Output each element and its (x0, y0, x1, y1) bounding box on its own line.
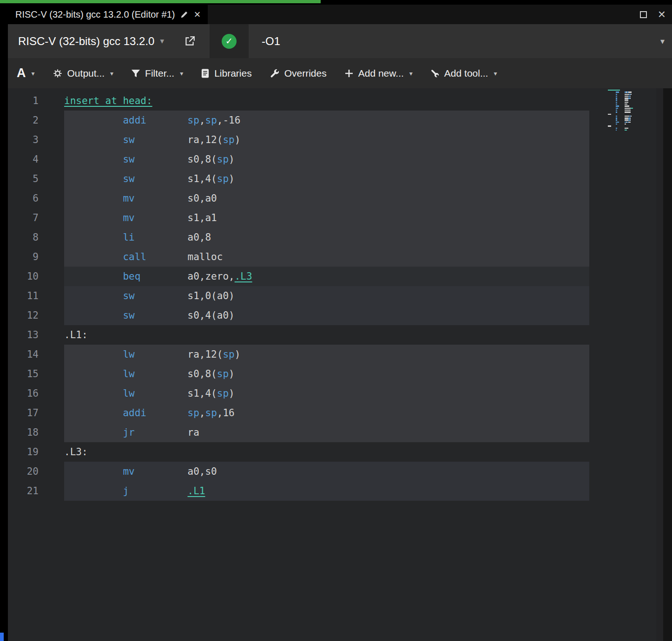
asm-token (64, 310, 123, 321)
tool-icon (430, 69, 440, 78)
line-number: 15 (8, 364, 39, 384)
minimap[interactable] (608, 89, 637, 131)
line-number: 10 (8, 267, 39, 286)
line-number: 14 (8, 345, 39, 364)
maximize-icon[interactable] (640, 11, 647, 18)
asm-token (64, 388, 123, 399)
line-number: 18 (8, 423, 39, 442)
asm-output-pane: 1insert_at_head:2 addi sp,sp,-163 sw ra,… (8, 88, 672, 641)
asm-token (135, 466, 188, 477)
bottom-left-accent (0, 633, 4, 641)
asm-token (64, 154, 123, 165)
asm-token: lw (123, 349, 134, 360)
compiler-select[interactable]: RISC-V (32-bits) gcc 13.2.0 ▾ (18, 35, 164, 48)
asm-line: 18 jr ra (8, 423, 672, 442)
asm-token: sp (223, 134, 234, 145)
asm-token (64, 134, 123, 145)
line-number: 5 (8, 169, 39, 189)
asm-token: ) (235, 349, 241, 360)
add-tool-label: Add tool... (444, 68, 488, 79)
font-size-button[interactable]: A ▾ (8, 58, 44, 88)
asm-token: sp (217, 173, 229, 184)
asm-token: sp (188, 407, 199, 419)
font-size-label: A (17, 66, 26, 80)
asm-line: 10 beq a0,zero,.L3 (8, 267, 672, 286)
asm-token: , (199, 407, 205, 419)
pane-dropdown-icon[interactable]: ▾ (660, 36, 665, 46)
add-new-label: Add new... (358, 68, 404, 79)
compile-status-segment[interactable]: ✓ (210, 24, 249, 58)
asm-token: a0,s0 (188, 466, 217, 477)
line-number: 12 (8, 306, 39, 325)
asm-token: lw (123, 368, 134, 379)
line-number: 1 (8, 91, 39, 111)
asm-line: 21 j .L1 (8, 481, 672, 501)
asm-token (146, 251, 188, 262)
asm-line: 9 call malloc (8, 247, 672, 267)
line-number: 3 (8, 130, 39, 150)
asm-token (64, 290, 123, 301)
asm-line: 7 mv s1,a1 (8, 208, 672, 228)
asm-token (64, 271, 123, 282)
overrides-button[interactable]: Overrides (261, 58, 336, 88)
asm-token: ra (188, 427, 199, 438)
asm-token (64, 115, 123, 126)
asm-token (64, 407, 123, 419)
output-button[interactable]: Output... ▾ (44, 58, 123, 88)
open-compiler-external-icon[interactable] (184, 35, 196, 47)
gear-icon (53, 68, 63, 78)
asm-line: 3 sw ra,12(sp) (8, 130, 672, 150)
chevron-down-icon: ▾ (110, 70, 113, 77)
compiler-options-input[interactable]: -O1 (262, 35, 660, 48)
label-link[interactable]: .L1 (188, 485, 205, 497)
asm-line: 5 sw s1,4(sp) (8, 169, 672, 189)
asm-token: jr (123, 427, 134, 438)
line-number: 6 (8, 189, 39, 208)
asm-token: s0,8( (188, 154, 217, 165)
asm-token (135, 290, 188, 301)
asm-token (64, 466, 123, 477)
asm-token (64, 212, 123, 223)
line-number: 4 (8, 150, 39, 169)
add-tool-button[interactable]: Add tool... ▾ (422, 58, 506, 88)
asm-token (135, 173, 188, 184)
rename-pencil-icon[interactable] (180, 11, 188, 19)
asm-token (135, 212, 188, 223)
right-edge-strip (663, 88, 672, 641)
asm-token: sw (123, 134, 134, 145)
compiler-explorer-window: RISC-V (32-bits) gcc 13.2.0 (Editor #1) … (0, 0, 672, 641)
asm-token: s0,a0 (188, 193, 217, 204)
label-link[interactable]: .L3 (235, 271, 252, 282)
asm-token: a0,8 (188, 232, 211, 243)
asm-token: addi (123, 407, 146, 419)
editor-tab[interactable]: RISC-V (32-bits) gcc 13.2.0 (Editor #1) … (8, 5, 208, 24)
asm-token: sw (123, 154, 134, 165)
line-number: 9 (8, 247, 39, 267)
asm-line: 13.L1: (8, 325, 672, 345)
window-close-icon[interactable]: × (658, 10, 665, 19)
add-new-button[interactable]: Add new... ▾ (336, 58, 422, 88)
asm-token: sp (205, 407, 217, 419)
asm-token (135, 154, 188, 165)
asm-token (140, 271, 187, 282)
asm-token: ) (229, 368, 235, 379)
filter-icon (131, 69, 140, 78)
asm-line: 11 sw s1,0(a0) (8, 286, 672, 306)
asm-line: 4 sw s0,8(sp) (8, 150, 672, 169)
asm-token: ,16 (217, 407, 235, 419)
asm-line: 15 lw s0,8(sp) (8, 364, 672, 384)
asm-line: 20 mv a0,s0 (8, 462, 672, 481)
vertical-scrollbar[interactable] (656, 88, 663, 641)
asm-token (135, 193, 188, 204)
asm-token: s1,a1 (188, 212, 217, 223)
tab-close-icon[interactable]: × (194, 10, 200, 19)
libraries-button[interactable]: Libraries (192, 58, 261, 88)
window-controls: × (640, 5, 665, 24)
compiler-toolbar: A ▾ Output... ▾ Filter... ▾ (8, 58, 672, 88)
asm-line: 6 mv s0,a0 (8, 189, 672, 208)
line-number: 16 (8, 384, 39, 403)
filter-button[interactable]: Filter... ▾ (122, 58, 192, 88)
asm-token (135, 134, 188, 145)
asm-line: 1insert_at_head: (8, 91, 672, 111)
libraries-icon (201, 68, 210, 78)
